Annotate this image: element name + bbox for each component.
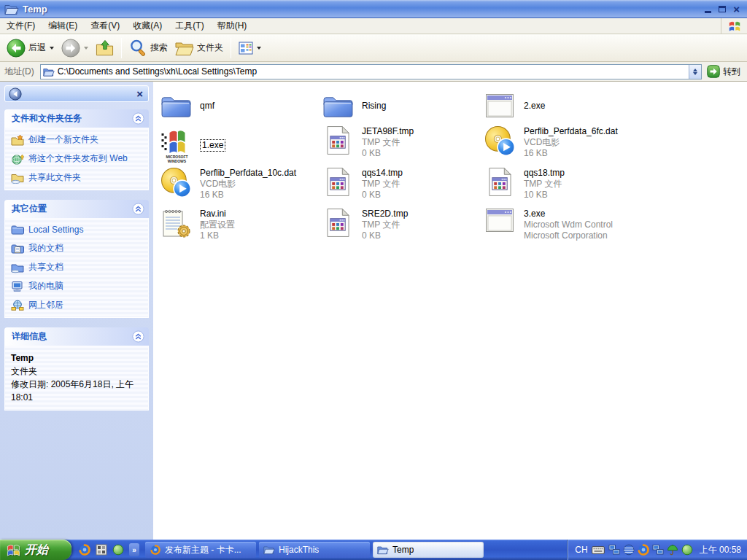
striped-globe-icon[interactable] [623,544,635,556]
keyboard-icon[interactable] [592,545,605,555]
file-tile[interactable]: MICROSOFTWINDOWS1.exe [158,124,320,166]
views-icon [239,42,253,55]
file-name[interactable]: 2.exe [524,101,545,112]
section-header-other-places[interactable]: 其它位置 [4,200,149,218]
file-tile[interactable]: Rising [320,88,481,124]
forward-button[interactable] [58,36,92,60]
file-name[interactable]: JETA98F.tmp [362,126,414,137]
file-tile[interactable]: 2.exe [481,88,643,124]
file-name[interactable]: Perflib_Perfdata_10c.dat [200,168,296,179]
file-tile[interactable]: SRE2D.tmpTMP 文件0 KB [320,206,481,247]
green-sphere-icon[interactable] [681,544,693,556]
sidebar-link-label[interactable]: Local Settings [28,225,83,235]
menu-item[interactable]: 收藏(A) [126,18,169,34]
sidebar-close-icon[interactable]: × [135,88,144,99]
chevron-up-icon[interactable] [132,203,144,215]
search-button[interactable]: 搜索 [125,36,171,59]
file-icon-box [481,93,518,118]
file-tile[interactable]: qqs14.tmpTMP 文件0 KB [320,166,481,206]
address-dropdown-button[interactable] [689,65,701,79]
file-tile[interactable]: qqs18.tmpTMP 文件10 KB [481,166,643,206]
back-dropdown-icon[interactable] [50,47,54,50]
sidebar-task-link[interactable]: 共享此文件夹 [11,171,144,184]
app-grid-icon[interactable] [96,544,107,556]
address-input[interactable]: C:\Documents and Settings\xh\Local Setti… [40,64,702,79]
folder-small-icon [11,224,24,236]
menu-item[interactable]: 帮助(H) [211,18,254,34]
browser-swirl-icon[interactable] [638,544,649,556]
taskbar-button[interactable]: Temp [373,542,484,558]
go-button[interactable]: 转到 [705,65,745,78]
minimize-button[interactable] [705,11,711,13]
back-nav-icon[interactable] [9,88,22,101]
go-label: 转到 [723,66,740,78]
views-dropdown-icon[interactable] [257,47,261,50]
taskbar-button[interactable]: 发布新主题 - 卡卡... [145,542,256,558]
section-header-details[interactable]: 详细信息 [4,327,149,346]
file-name[interactable]: Rising [362,101,386,112]
folder-icon [160,93,193,119]
file-name[interactable]: 1.exe [200,139,225,152]
start-button[interactable]: 开始 [0,540,71,560]
language-indicator[interactable]: CH [575,545,587,555]
close-button[interactable]: × [733,4,740,15]
sidebar-link-label[interactable]: 共享此文件夹 [28,171,81,184]
network-computers-icon[interactable] [608,544,620,556]
sidebar-task-link[interactable]: 我的文档 [11,242,144,254]
file-name[interactable]: 3.exe [524,209,613,219]
file-list-area[interactable]: qmfRising2.exeMICROSOFTWINDOWS1.exeJETA9… [153,82,747,540]
chevron-up-icon[interactable] [132,330,144,343]
back-icon [7,39,26,58]
sidebar-task-link[interactable]: Local Settings [11,224,144,236]
sidebar-link-label[interactable]: 将这个文件夹发布到 Web [28,152,128,165]
section-title: 文件和文件夹任务 [12,112,82,125]
file-name[interactable]: qqs18.tmp [524,168,565,179]
menu-item[interactable]: 文件(F) [0,18,42,34]
file-tile[interactable]: qmf [158,88,320,124]
sidebar-task-link[interactable]: 将这个文件夹发布到 Web [11,152,144,165]
sidebar-task-link[interactable]: 我的电脑 [11,280,144,292]
menu-item[interactable]: 查看(V) [84,18,126,34]
umbrella-icon[interactable] [667,544,678,556]
back-button[interactable]: 后退 [3,36,58,60]
menu-item[interactable]: 工具(T) [169,18,210,34]
sidebar-link-label[interactable]: 我的电脑 [28,280,63,292]
share-folder-icon [11,172,24,184]
views-button[interactable] [235,39,265,57]
start-label: 开始 [25,542,48,558]
file-tile[interactable]: JETA98F.tmpTMP 文件0 KB [320,124,481,166]
vcd-disc-icon [160,167,192,198]
forward-dropdown-icon[interactable] [84,47,88,50]
file-name[interactable]: qmf [200,101,214,112]
browser-swirl-icon[interactable] [79,544,90,556]
file-name[interactable]: SRE2D.tmp [362,209,408,219]
sidebar-link-label[interactable]: 我的文档 [28,242,63,254]
sidebar-task-link[interactable]: 共享文档 [11,261,144,273]
file-tile[interactable]: Perflib_Perfdata_10c.datVCD电影16 KB [158,166,320,206]
menu-item[interactable]: 编辑(E) [42,18,84,34]
file-name[interactable]: Perflib_Perfdata_6fc.dat [524,126,618,137]
file-size: Microsoft Corporation [524,230,613,241]
taskbar-button[interactable]: HijackThis [259,542,370,558]
network-computers-icon[interactable] [652,544,664,556]
file-name[interactable]: qqs14.tmp [362,168,403,179]
sidebar-link-label[interactable]: 网上邻居 [28,299,63,311]
chevron-up-icon[interactable] [132,112,144,125]
address-path[interactable]: C:\Documents and Settings\xh\Local Setti… [58,66,689,77]
sidebar-task-link[interactable]: 创建一个新文件夹 [11,133,144,146]
section-header-file-tasks[interactable]: 文件和文件夹任务 [4,109,149,128]
restore-button[interactable] [719,6,726,12]
file-tile[interactable]: Perflib_Perfdata_6fc.datVCD电影16 KB [481,124,643,166]
quick-launch-overflow-chevron-icon[interactable]: » [129,543,139,556]
file-type: TMP 文件 [362,137,414,148]
folders-button[interactable]: 文件夹 [171,38,227,58]
sidebar-link-label[interactable]: 创建一个新文件夹 [28,133,98,146]
file-tile[interactable]: 3.exeMicrosoft Wdm ControlMicrosoft Corp… [481,206,643,247]
green-sphere-icon[interactable] [112,544,124,556]
up-button[interactable] [92,37,117,59]
sidebar-link-label[interactable]: 共享文档 [28,261,63,273]
sidebar-task-link[interactable]: 网上邻居 [11,299,144,311]
file-name[interactable]: Rav.ini [200,209,235,219]
file-tile[interactable]: Rav.ini配置设置1 KB [158,206,320,247]
sidebar-section-details: 详细信息 Temp 文件夹 修改日期: 2005年6月18日, 上午 18:01 [4,327,149,411]
